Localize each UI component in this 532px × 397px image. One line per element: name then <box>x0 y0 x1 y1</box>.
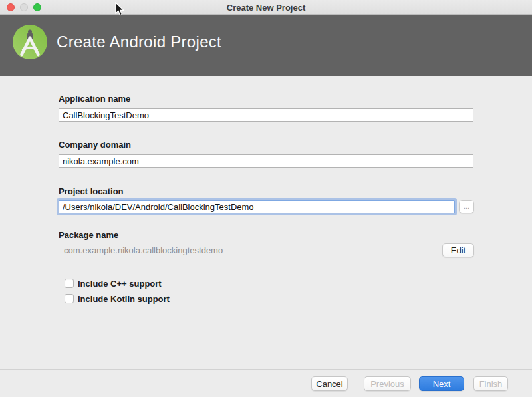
android-studio-logo-icon <box>12 24 48 60</box>
browse-folder-button[interactable]: ... <box>459 200 474 213</box>
window-title: Create New Project <box>0 3 532 13</box>
package-name-label: Package name <box>59 230 118 240</box>
wizard-header: Create Android Project <box>0 15 532 76</box>
project-location-label: Project location <box>59 186 124 196</box>
previous-button: Previous <box>364 376 411 391</box>
finish-button: Finish <box>473 376 508 391</box>
footer-divider <box>0 369 532 370</box>
package-name-value: com.example.nikola.callblockingtestdemo <box>64 245 223 255</box>
application-name-input[interactable] <box>59 108 473 122</box>
ellipsis-icon: ... <box>464 202 469 210</box>
cancel-button[interactable]: Cancel <box>311 376 348 391</box>
include-kotlin-label: Include Kotlin support <box>78 294 170 304</box>
include-cpp-checkbox[interactable] <box>65 279 74 288</box>
company-domain-input[interactable] <box>59 154 473 168</box>
include-kotlin-checkbox[interactable] <box>65 294 74 303</box>
create-new-project-dialog: Create New Project Create Android Projec… <box>0 0 532 397</box>
edit-package-button[interactable]: Edit <box>442 243 474 257</box>
mouse-cursor-icon <box>114 2 124 17</box>
include-cpp-label: Include C++ support <box>78 279 162 289</box>
project-location-input[interactable] <box>59 200 455 213</box>
next-button[interactable]: Next <box>419 376 464 391</box>
application-name-label: Application name <box>59 94 130 104</box>
titlebar[interactable]: Create New Project <box>0 0 532 15</box>
wizard-title: Create Android Project <box>57 33 221 51</box>
company-domain-label: Company domain <box>59 140 131 150</box>
